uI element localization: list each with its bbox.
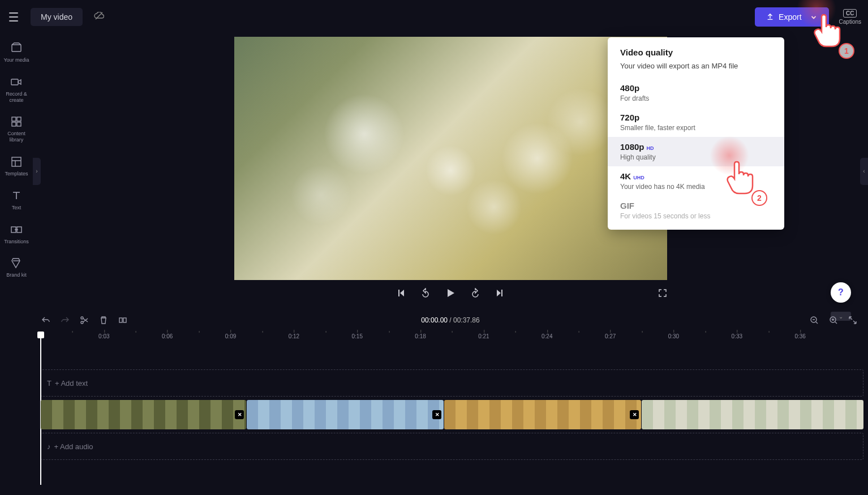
expand-left-panel-icon[interactable]: ›: [33, 158, 41, 185]
sidebar-item-label: Content library: [1, 131, 32, 143]
time-display: 00:00.00 / 00:37.86: [421, 316, 479, 324]
export-option-desc: Smaller file, faster export: [620, 124, 772, 132]
music-icon: ♪: [47, 442, 51, 451]
export-option-desc: High quality: [620, 153, 772, 161]
export-option-desc: For videos 15 seconds or less: [620, 212, 772, 220]
play-icon[interactable]: [445, 288, 456, 298]
export-option-label: GIF: [620, 201, 634, 210]
library-icon: [10, 115, 23, 128]
video-preview[interactable]: [234, 37, 667, 280]
ruler-tick: 0:33: [732, 333, 742, 339]
export-option-1080p[interactable]: 1080pHDHigh quality: [608, 137, 784, 166]
ruler-tick: 0:09: [225, 333, 236, 339]
export-option-label: 480p: [620, 83, 639, 93]
text-icon: T: [47, 379, 51, 388]
brand-icon: [10, 257, 23, 269]
help-button[interactable]: ?: [831, 282, 851, 303]
add-audio-label: + Add audio: [54, 442, 93, 451]
export-button[interactable]: Export: [755, 7, 828, 27]
sidebar-item-label: Templates: [5, 171, 28, 177]
ruler-tick: 0:03: [98, 333, 109, 339]
ruler-tick: 0:15: [351, 333, 362, 339]
export-option-label: 720p: [620, 113, 639, 122]
trash-icon[interactable]: [98, 315, 109, 325]
export-option-720p[interactable]: 720pSmaller file, faster export: [608, 107, 784, 137]
export-option-label: 1080p: [620, 142, 644, 152]
export-option-4k[interactable]: 4KUHDYour video has no 4K media: [608, 166, 784, 196]
sidebar-item-templates[interactable]: Templates: [1, 156, 32, 177]
ruler-tick: 0:27: [605, 333, 616, 339]
record-icon: [10, 76, 23, 88]
sidebar-item-media[interactable]: Your media: [1, 42, 32, 63]
sidebar-item-label: Text: [12, 205, 22, 211]
svg-rect-12: [119, 318, 122, 322]
zoom-in-icon[interactable]: [828, 315, 839, 325]
svg-rect-3: [12, 117, 16, 121]
skip-start-icon[interactable]: [397, 289, 406, 298]
hamburger-menu-icon[interactable]: [7, 10, 20, 24]
video-track[interactable]: [41, 400, 863, 429]
text-track[interactable]: T + Add text: [41, 369, 863, 397]
captions-button[interactable]: CC Captions: [839, 9, 861, 25]
export-option-desc: Your video has no 4K media: [620, 183, 772, 191]
transitions-icon: [10, 223, 23, 236]
ruler-tick: 0:36: [794, 333, 805, 339]
scissors-icon[interactable]: [79, 315, 89, 325]
quality-badge: UHD: [633, 175, 644, 180]
text-icon: [10, 190, 23, 202]
video-clip[interactable]: [444, 400, 641, 429]
sidebar-item-label: Transitions: [4, 239, 29, 245]
fit-timeline-icon[interactable]: [848, 315, 858, 325]
svg-point-11: [81, 321, 83, 324]
ruler-tick: 0:24: [542, 333, 552, 339]
sidebar-item-label: Record & create: [1, 91, 32, 104]
project-title[interactable]: My video: [31, 8, 83, 26]
left-sidebar: Your mediaRecord & createContent library…: [0, 34, 33, 495]
sidebar-item-brand[interactable]: Brand kit: [1, 257, 32, 278]
captions-label: Captions: [839, 19, 861, 25]
export-quality-menu: Video quality Your video will export as …: [608, 37, 784, 230]
export-option-gif: GIFFor videos 15 seconds or less: [608, 196, 784, 225]
svg-rect-2: [11, 79, 18, 85]
ruler-tick: 0:18: [415, 333, 426, 339]
redo-icon[interactable]: [60, 315, 70, 325]
cc-icon: CC: [843, 9, 857, 18]
templates-icon: [10, 156, 23, 168]
export-option-desc: For drafts: [620, 94, 772, 102]
svg-point-10: [81, 317, 83, 319]
quality-badge: HD: [647, 145, 654, 151]
forward-icon[interactable]: [470, 288, 480, 298]
zoom-out-icon[interactable]: [809, 315, 819, 325]
sidebar-item-transitions[interactable]: Transitions: [1, 223, 32, 245]
export-option-label: 4K: [620, 171, 631, 181]
sidebar-item-record[interactable]: Record & create: [1, 76, 32, 104]
sidebar-item-label: Your media: [3, 57, 29, 63]
video-clip[interactable]: [642, 400, 863, 429]
video-clip[interactable]: [41, 400, 246, 429]
add-text-label: + Add text: [55, 379, 88, 388]
expand-right-panel-icon[interactable]: ‹: [860, 158, 868, 185]
ruler-tick: 0:12: [289, 333, 299, 339]
svg-rect-4: [17, 117, 21, 121]
ruler-tick: 0:06: [162, 333, 173, 339]
svg-rect-1: [12, 45, 21, 51]
sidebar-item-label: Brand kit: [6, 272, 27, 278]
rewind-icon[interactable]: [420, 288, 431, 298]
svg-rect-13: [123, 318, 126, 322]
export-button-label: Export: [779, 12, 801, 21]
undo-icon[interactable]: [41, 315, 51, 325]
sidebar-item-library[interactable]: Content library: [1, 115, 32, 143]
cloud-sync-icon[interactable]: [94, 12, 104, 22]
audio-track[interactable]: ♪ + Add audio: [41, 433, 863, 460]
ruler-tick: 0:30: [668, 333, 679, 339]
svg-rect-7: [12, 157, 21, 166]
sidebar-item-text[interactable]: Text: [1, 190, 32, 211]
fullscreen-icon[interactable]: [658, 289, 667, 298]
ruler-tick: 0:21: [478, 333, 489, 339]
export-option-480p[interactable]: 480pFor drafts: [608, 78, 784, 107]
video-clip[interactable]: [247, 400, 444, 429]
skip-end-icon[interactable]: [495, 289, 504, 298]
split-icon[interactable]: [118, 315, 128, 325]
export-menu-title: Video quality: [608, 48, 784, 57]
svg-rect-6: [17, 122, 21, 126]
